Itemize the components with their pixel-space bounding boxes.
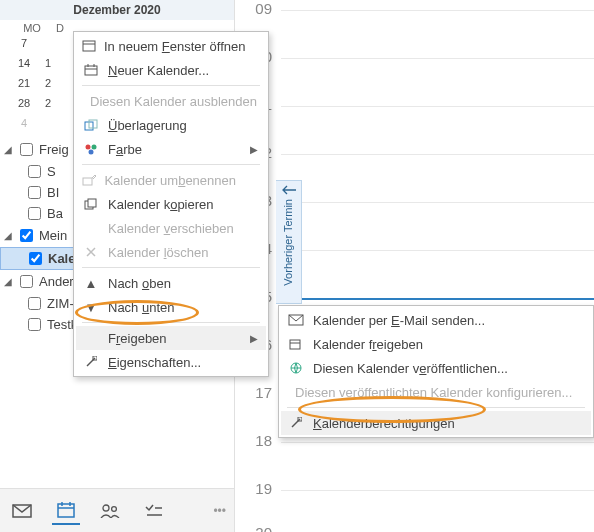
cal-checkbox[interactable] <box>28 186 41 199</box>
menu-label: Kalender umbenennen <box>104 173 236 188</box>
menu-label: Freigeben <box>108 331 167 346</box>
svg-point-5 <box>103 505 109 511</box>
menu-color[interactable]: Farbe ▶ <box>76 137 266 161</box>
hour-label: 09 <box>242 0 272 17</box>
cal-label: S <box>47 164 56 179</box>
mail-icon[interactable] <box>8 497 36 525</box>
rename-icon <box>82 174 96 186</box>
dow-mo: MO <box>18 22 46 34</box>
menu-label: Kalender per E-Mail senden... <box>313 313 485 328</box>
month-header[interactable]: Dezember 2020 <box>0 0 234 20</box>
menu-properties[interactable]: Eigenschaften... <box>76 350 266 374</box>
menu-overlay[interactable]: Überlagerung <box>76 113 266 137</box>
menu-label: Kalender freigeben <box>313 337 423 352</box>
mini-day[interactable]: 7 <box>14 36 34 52</box>
group-checkbox[interactable] <box>20 229 33 242</box>
arrow-up-icon: ▲ <box>82 276 100 291</box>
menu-label: Kalender löschen <box>108 245 208 260</box>
cal-checkbox[interactable] <box>29 252 42 265</box>
group-label: Freig <box>39 142 69 157</box>
mini-day[interactable]: 2 <box>38 96 58 112</box>
svg-point-17 <box>86 145 91 150</box>
previous-appointment-label: Vorheriger Termin <box>283 199 294 286</box>
hour-label: 19 <box>242 480 272 497</box>
submenu-arrow-icon: ▶ <box>250 333 258 344</box>
share-submenu: Kalender per E-Mail senden... Kalender f… <box>278 305 594 438</box>
cal-label: BI <box>47 185 59 200</box>
collapse-icon: ◢ <box>4 230 16 241</box>
cal-checkbox[interactable] <box>28 165 41 178</box>
mini-day[interactable]: 1 <box>38 56 58 72</box>
mini-day[interactable]: 21 <box>14 76 34 92</box>
hour-label: 18 <box>242 432 272 449</box>
share-calendar-icon <box>287 338 305 350</box>
color-icon <box>82 143 100 155</box>
menu-label: Diesen veröffentlichten Kalender konfigu… <box>295 385 572 400</box>
svg-rect-11 <box>85 66 97 75</box>
hour-label: 17 <box>242 384 272 401</box>
arrow-left-icon <box>282 185 296 195</box>
cal-checkbox[interactable] <box>28 297 41 310</box>
menu-move-down[interactable]: ▼ Nach unten <box>76 295 266 319</box>
menu-share[interactable]: Freigeben ▶ <box>76 326 266 350</box>
menu-label: Diesen Kalender veröffentlichen... <box>313 361 508 376</box>
group-checkbox[interactable] <box>20 275 33 288</box>
menu-label: Nach oben <box>108 276 171 291</box>
mini-day[interactable]: 28 <box>14 96 34 112</box>
publish-icon <box>287 362 305 374</box>
people-icon[interactable] <box>96 497 124 525</box>
cal-checkbox[interactable] <box>28 318 41 331</box>
delete-icon <box>82 246 100 258</box>
menu-label: Eigenschaften... <box>108 355 201 370</box>
menu-new-calendar[interactable]: Neuer Kalender... <box>76 58 266 82</box>
collapse-icon: ◢ <box>4 144 16 155</box>
menu-move: Kalender verschieben <box>76 216 266 240</box>
tasks-icon[interactable] <box>140 497 168 525</box>
calendar-icon[interactable] <box>52 497 80 525</box>
menu-calendar-permissions[interactable]: Kalenderberechtigungen <box>281 411 591 435</box>
menu-label: Kalender kopieren <box>108 197 214 212</box>
previous-appointment-tab[interactable]: Vorheriger Termin <box>276 180 302 304</box>
calendar-context-menu: In neuem Fenster öffnen Neuer Kalender..… <box>73 31 269 377</box>
menu-open-new-window[interactable]: In neuem Fenster öffnen <box>76 34 266 58</box>
collapse-icon: ◢ <box>4 276 16 287</box>
svg-rect-22 <box>88 199 96 207</box>
mini-day[interactable]: 2 <box>38 76 58 92</box>
group-checkbox[interactable] <box>20 143 33 156</box>
overlay-icon <box>82 119 100 131</box>
menu-publish-calendar[interactable]: Diesen Kalender veröffentlichen... <box>281 356 591 380</box>
svg-point-18 <box>92 145 97 150</box>
arrow-down-icon: ▼ <box>82 300 100 315</box>
dow-di: D <box>46 22 74 34</box>
menu-label: Neuer Kalender... <box>108 63 209 78</box>
menu-delete: Kalender löschen <box>76 240 266 264</box>
menu-share-calendar[interactable]: Kalender freigeben <box>281 332 591 356</box>
calendar-new-icon <box>82 64 100 76</box>
svg-rect-27 <box>290 340 300 349</box>
menu-label: Überlagerung <box>108 118 187 133</box>
open-window-icon <box>82 40 96 52</box>
send-mail-icon <box>287 314 305 326</box>
menu-label: In neuem Fenster öffnen <box>104 39 245 54</box>
menu-rename: Kalender umbenennen <box>76 168 266 192</box>
mini-day[interactable]: 4 <box>14 116 34 132</box>
cal-checkbox[interactable] <box>28 207 41 220</box>
submenu-arrow-icon: ▶ <box>250 144 258 155</box>
now-line <box>278 298 594 300</box>
menu-label: Kalender verschieben <box>108 221 234 236</box>
menu-configure-published: Diesen veröffentlichten Kalender konfigu… <box>281 380 591 404</box>
menu-send-email[interactable]: Kalender per E-Mail senden... <box>281 308 591 332</box>
more-icon[interactable]: ••• <box>213 504 226 518</box>
svg-point-19 <box>89 150 94 155</box>
menu-label: Kalenderberechtigungen <box>313 416 455 431</box>
svg-rect-9 <box>83 41 95 51</box>
copy-icon <box>82 198 100 210</box>
svg-rect-20 <box>83 178 92 185</box>
menu-copy[interactable]: Kalender kopieren <box>76 192 266 216</box>
menu-label: Diesen Kalender ausblenden <box>90 94 257 109</box>
mini-day[interactable]: 14 <box>14 56 34 72</box>
menu-move-up[interactable]: ▲ Nach oben <box>76 271 266 295</box>
group-label: Mein <box>39 228 67 243</box>
menu-label: Farbe <box>108 142 142 157</box>
properties-icon <box>82 356 100 368</box>
